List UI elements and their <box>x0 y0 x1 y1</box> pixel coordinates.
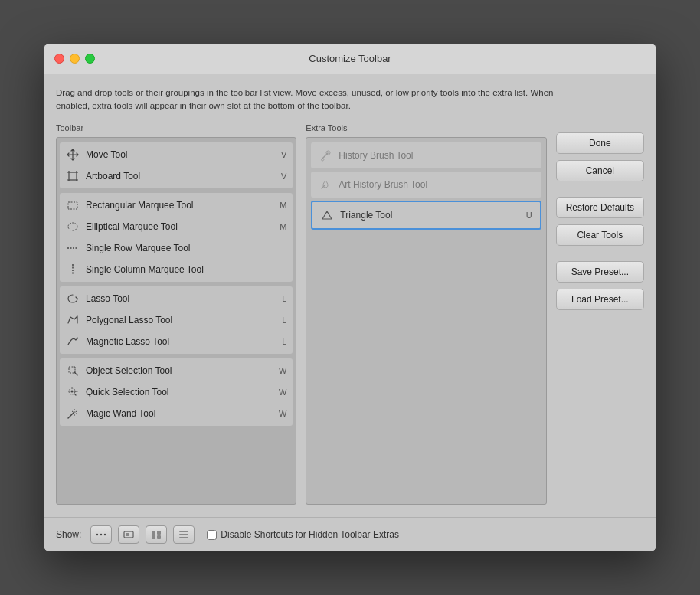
svg-point-28 <box>104 534 106 535</box>
save-preset-button[interactable]: Save Preset... <box>556 261 644 283</box>
disable-shortcuts-label[interactable]: Disable Shortcuts for Hidden Toolbar Ext… <box>207 529 399 540</box>
clear-tools-button[interactable]: Clear Tools <box>556 224 644 246</box>
triangle-icon <box>320 208 334 222</box>
tool-item-ellipse-marquee[interactable]: Elliptical Marquee Tool M <box>60 216 293 237</box>
ellipse-marquee-shortcut: M <box>280 222 286 231</box>
ellipse-marquee-label: Elliptical Marquee Tool <box>86 221 178 232</box>
triangle-tool-label: Triangle Tool <box>340 210 392 221</box>
traffic-lights <box>54 54 95 64</box>
disable-shortcuts-checkbox[interactable] <box>207 530 217 540</box>
extra-tool-history-brush[interactable]: History Brush Tool <box>311 142 541 168</box>
row-marquee-icon <box>66 241 80 255</box>
obj-sel-label: Object Selection Tool <box>86 365 172 376</box>
svg-rect-32 <box>157 531 161 535</box>
tool-item-poly-lasso[interactable]: Polygonal Lasso Tool L <box>60 309 293 331</box>
svg-point-26 <box>96 534 98 535</box>
tool-group-selection: Object Selection Tool W Q <box>60 358 293 426</box>
mag-lasso-icon <box>66 335 80 348</box>
extra-tools-list[interactable]: History Brush Tool Art History Brush Too… <box>306 137 546 505</box>
extra-tool-art-history-brush[interactable]: Art History Brush Tool <box>311 172 541 198</box>
close-button[interactable] <box>54 54 64 64</box>
svg-point-24 <box>324 185 325 186</box>
toolbar-panel: Toolbar Move Tool V <box>56 123 296 505</box>
quick-sel-shortcut: W <box>279 387 286 397</box>
show-icon-button[interactable] <box>146 525 167 544</box>
svg-line-22 <box>72 411 74 412</box>
tool-item-magic-wand[interactable]: Magic Wand Tool W <box>60 403 293 424</box>
svg-rect-0 <box>69 172 77 180</box>
bottom-bar: Show: <box>44 517 656 551</box>
toolbar-list[interactable]: Move Tool V <box>56 137 296 505</box>
artboard-tool-label: Artboard Tool <box>86 171 140 181</box>
svg-rect-34 <box>157 535 161 539</box>
history-brush-icon <box>319 149 332 162</box>
quick-sel-label: Quick Selection Tool <box>86 387 169 397</box>
tool-item-quick-sel[interactable]: Quick Selection Tool W <box>60 381 293 403</box>
col-marquee-label: Single Column Marquee Tool <box>86 264 204 275</box>
tool-group-marquee: Rectangular Marquee Tool M Elliptical Ma… <box>60 193 293 282</box>
tool-item-lasso[interactable]: Lasso Tool L <box>60 288 293 309</box>
maximize-button[interactable] <box>85 54 95 64</box>
svg-marker-25 <box>322 211 332 219</box>
svg-line-17 <box>68 412 74 418</box>
show-list-button[interactable] <box>173 525 195 544</box>
window-content: Drag and drop tools or their groupings i… <box>44 74 656 518</box>
done-button[interactable]: Done <box>556 132 644 154</box>
tool-item-col-marquee[interactable]: Single Column Marquee Tool <box>60 259 293 280</box>
extra-tools-label: Extra Tools <box>306 123 546 132</box>
artboard-icon <box>66 169 80 183</box>
poly-lasso-label: Polygonal Lasso Tool <box>86 315 172 325</box>
empty-extra-slot <box>311 233 541 499</box>
move-tool-label: Move Tool <box>86 149 127 160</box>
svg-point-13 <box>77 338 78 339</box>
quick-sel-icon <box>66 385 80 399</box>
tool-item-mag-lasso[interactable]: Magnetic Lasso Tool L <box>60 331 293 352</box>
tool-group-move: Move Tool V <box>60 142 293 188</box>
svg-point-10 <box>68 223 77 230</box>
rect-marquee-label: Rectangular Marquee Tool <box>86 200 194 211</box>
artboard-tool-shortcut: V <box>281 172 286 181</box>
svg-rect-9 <box>68 202 77 209</box>
magic-wand-shortcut: W <box>279 409 286 418</box>
restore-defaults-button[interactable]: Restore Defaults <box>556 197 644 218</box>
mag-lasso-shortcut: L <box>282 337 286 346</box>
tool-item-obj-sel[interactable]: Object Selection Tool W <box>60 360 293 381</box>
svg-rect-35 <box>179 531 188 532</box>
extra-tool-triangle[interactable]: Triangle Tool U <box>311 201 541 230</box>
load-preset-button[interactable]: Load Preset... <box>556 289 644 310</box>
col-marquee-icon <box>66 263 80 276</box>
move-tool-shortcut: V <box>281 150 286 159</box>
poly-lasso-shortcut: L <box>282 315 286 325</box>
main-layout: Toolbar Move Tool V <box>56 123 644 505</box>
svg-point-16 <box>71 391 74 393</box>
obj-sel-icon <box>66 364 80 378</box>
customize-toolbar-window: Customize Toolbar Drag and drop tools or… <box>44 44 656 552</box>
show-more-button[interactable] <box>90 525 112 544</box>
tool-item-move[interactable]: Move Tool V <box>60 144 293 165</box>
rect-marquee-shortcut: M <box>280 201 286 210</box>
svg-rect-33 <box>152 535 155 539</box>
cancel-button[interactable]: Cancel <box>556 160 644 181</box>
art-history-brush-icon <box>319 178 332 191</box>
svg-rect-31 <box>152 531 155 535</box>
tool-item-rect-marquee[interactable]: Rectangular Marquee Tool M <box>60 195 293 216</box>
toolbar-label: Toolbar <box>56 123 296 132</box>
magic-wand-label: Magic Wand Tool <box>86 408 155 419</box>
window-title: Customize Toolbar <box>309 53 391 64</box>
triangle-tool-shortcut: U <box>526 211 532 220</box>
mag-lasso-label: Magnetic Lasso Tool <box>86 336 169 347</box>
show-thumbnail-button[interactable] <box>118 525 139 544</box>
history-brush-label: History Brush Tool <box>339 150 413 161</box>
tool-item-artboard[interactable]: Artboard Tool V <box>60 165 293 187</box>
disable-shortcuts-text: Disable Shortcuts for Hidden Toolbar Ext… <box>221 529 399 540</box>
obj-sel-shortcut: W <box>279 366 286 375</box>
poly-lasso-icon <box>66 313 80 327</box>
art-history-brush-label: Art History Brush Tool <box>339 179 427 190</box>
svg-rect-37 <box>179 537 188 538</box>
minimize-button[interactable] <box>70 54 80 64</box>
tool-item-row-marquee[interactable]: Single Row Marquee Tool <box>60 237 293 259</box>
row-marquee-label: Single Row Marquee Tool <box>86 243 191 253</box>
description-text: Drag and drop tools or their groupings i… <box>56 87 561 113</box>
rect-marquee-icon <box>66 198 80 212</box>
extra-tools-panel: Extra Tools History Brush Tool <box>306 123 546 505</box>
